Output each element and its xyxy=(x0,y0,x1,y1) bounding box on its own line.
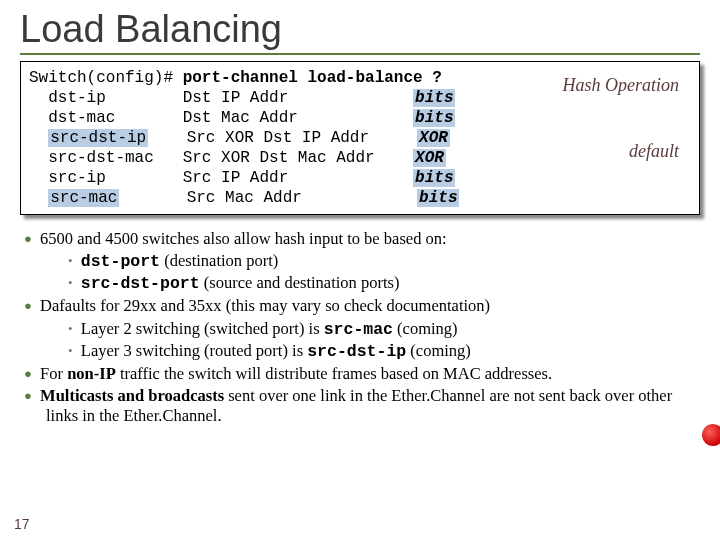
cli-row: dst-mac Dst Mac Addr bits xyxy=(29,108,691,128)
bullet-l2: • dst-port (destination port) xyxy=(68,251,696,272)
page-number: 17 xyxy=(14,516,30,532)
cli-box: Hash Operation default Switch(config)# p… xyxy=(20,61,700,215)
bullet-l1: ● Dafaults for 29xx and 35xx (this may v… xyxy=(24,296,696,316)
cli-row: src-mac Src Mac Addr bits xyxy=(29,188,691,208)
cli-row: src-ip Src IP Addr bits xyxy=(29,168,691,188)
slide-title: Load Balancing xyxy=(20,8,700,51)
bullet-l1: ● For non-IP traffic the switch will dis… xyxy=(24,364,696,384)
cli-row: src-dst-ip Src XOR Dst IP Addr XOR xyxy=(29,128,691,148)
hash-annotation: Hash Operation xyxy=(563,74,680,97)
bullet-l1: ● 6500 and 4500 switches also allow hash… xyxy=(24,229,696,249)
title-rule xyxy=(20,53,700,55)
body-bullets: ● 6500 and 4500 switches also allow hash… xyxy=(20,229,700,426)
default-annotation: default xyxy=(629,140,679,163)
bullet-l1: ● Multicasts and broadcasts sent over on… xyxy=(24,386,696,426)
bullet-l2: • Layer 3 switching (routed port) is src… xyxy=(68,341,696,362)
bullet-l2: • src-dst-port (source and destination p… xyxy=(68,273,696,294)
bullet-l2: • Layer 2 switching (switched port) is s… xyxy=(68,319,696,340)
decorative-dot xyxy=(702,424,720,446)
cli-row: src-dst-mac Src XOR Dst Mac Addr XOR xyxy=(29,148,691,168)
